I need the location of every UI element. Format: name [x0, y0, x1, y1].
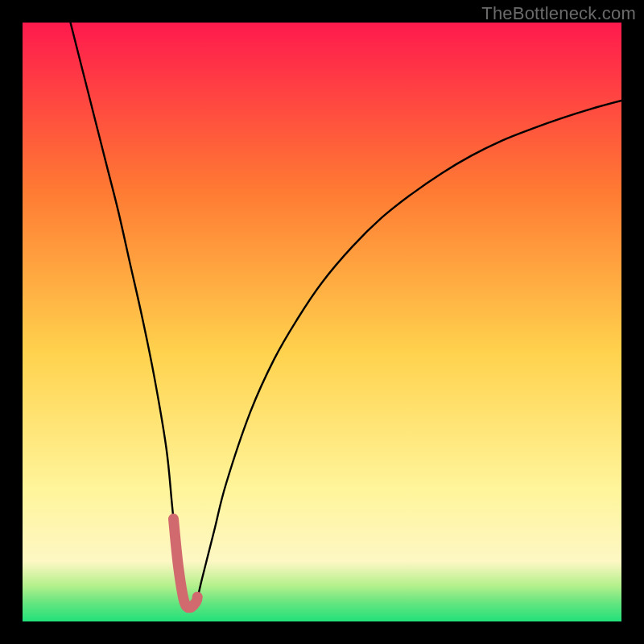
- plot-area: [23, 23, 621, 621]
- bottleneck-chart: [23, 23, 621, 621]
- gradient-background: [23, 23, 621, 621]
- watermark-text: TheBottleneck.com: [481, 3, 636, 24]
- stage: TheBottleneck.com: [0, 0, 644, 644]
